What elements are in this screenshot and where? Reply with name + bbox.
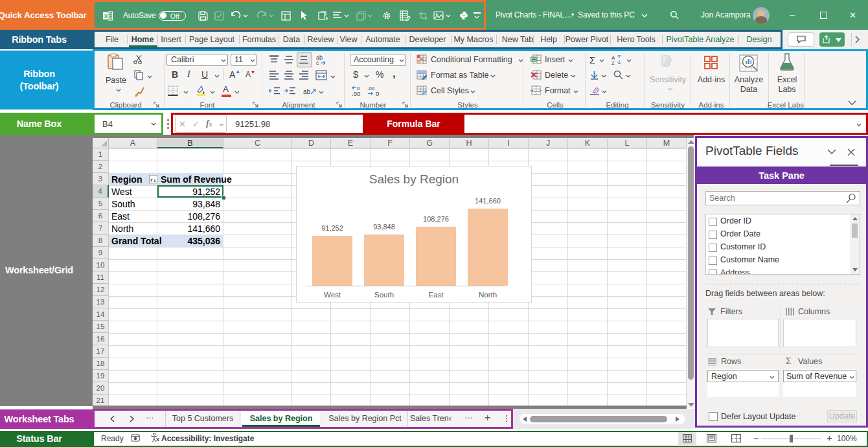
svg-text:c: c: [316, 60, 319, 65]
svg-text:X: X: [104, 13, 108, 19]
svg-text:0: 0: [357, 86, 360, 91]
svg-text:0: 0: [376, 90, 379, 97]
svg-text:.00: .00: [367, 86, 375, 91]
svg-text:ab: ab: [303, 88, 311, 95]
svg-text:Z: Z: [611, 60, 615, 65]
